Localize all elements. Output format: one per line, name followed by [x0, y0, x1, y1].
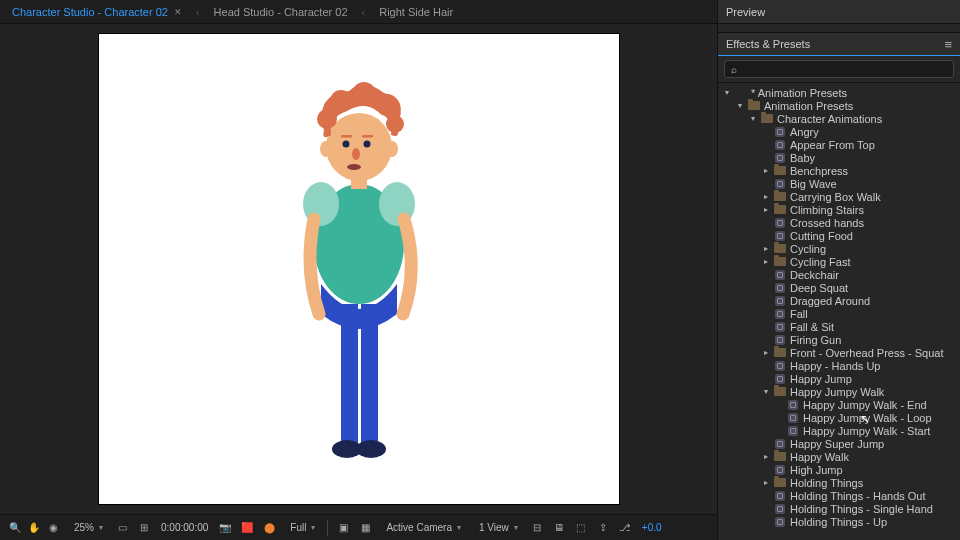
twisty-closed-icon[interactable]: ▸ — [761, 192, 770, 201]
twisty-open-icon[interactable]: ▾ — [761, 387, 770, 396]
tree-row[interactable]: Big Wave — [718, 177, 960, 190]
guides-icon[interactable]: ⊟ — [530, 521, 544, 535]
effects-search-input[interactable]: ⌕ — [724, 60, 954, 78]
channel-icon[interactable]: 🟥 — [240, 521, 254, 535]
tree-row[interactable]: ▸Climbing Stairs — [718, 203, 960, 216]
tab-right-side-hair[interactable]: Right Side Hair — [373, 0, 459, 24]
twisty-closed-icon[interactable]: ▸ — [761, 166, 770, 175]
tree-row[interactable]: ▸Cycling — [718, 242, 960, 255]
tree-label: Holding Things - Single Hand — [790, 503, 933, 515]
timeline-icon[interactable]: ⎇ — [618, 521, 632, 535]
tree-row[interactable]: Happy Jumpy Walk - Loop↖ — [718, 411, 960, 424]
pixel-aspect-icon[interactable]: ▭ — [115, 521, 129, 535]
tree-row[interactable]: Firing Gun — [718, 333, 960, 346]
tree-row[interactable]: Holding Things - Hands Out — [718, 489, 960, 502]
tree-row[interactable]: ▸Front - Overhead Press - Squat — [718, 346, 960, 359]
svg-point-12 — [330, 90, 352, 112]
share-icon[interactable]: ⇪ — [596, 521, 610, 535]
tree-row[interactable]: ▾Animation Presets — [718, 99, 960, 112]
tree-label: Fall & Sit — [790, 321, 834, 333]
preset-icon — [773, 360, 787, 371]
twisty-closed-icon[interactable]: ▸ — [761, 257, 770, 266]
tree-row[interactable]: Crossed hands — [718, 216, 960, 229]
region-icon[interactable]: ▣ — [336, 521, 350, 535]
timecode[interactable]: 0:00:00:00 — [159, 522, 210, 533]
safe-zones-icon[interactable]: ⊞ — [137, 521, 151, 535]
tree-row[interactable]: Holding Things - Up — [718, 515, 960, 528]
snapshot-icon[interactable]: 📷 — [218, 521, 232, 535]
tree-label: High Jump — [790, 464, 843, 476]
tree-row[interactable]: Deckchair — [718, 268, 960, 281]
tree-row[interactable]: Happy Jumpy Walk - Start — [718, 424, 960, 437]
mask-icon[interactable]: ◉ — [46, 521, 60, 535]
preset-icon — [786, 412, 800, 423]
tree-row[interactable]: Happy Jump — [718, 372, 960, 385]
tree-row[interactable]: High Jump — [718, 463, 960, 476]
tree-row[interactable]: Appear From Top — [718, 138, 960, 151]
svg-point-11 — [317, 109, 337, 129]
preset-icon — [773, 230, 787, 241]
twisty-open-icon[interactable]: ▾ — [735, 101, 744, 110]
folder-icon — [747, 100, 761, 111]
spacer — [718, 24, 960, 32]
tree-row[interactable]: Cutting Food — [718, 229, 960, 242]
tree-label: Deep Squat — [790, 282, 848, 294]
tree-label: Front - Overhead Press - Squat — [790, 347, 943, 359]
tree-row[interactable]: Angry — [718, 125, 960, 138]
hand-icon[interactable]: ✋ — [27, 521, 41, 535]
preview-panel-header[interactable]: Preview — [718, 0, 960, 24]
tree-row[interactable]: Fall & Sit — [718, 320, 960, 333]
tree-label: Dragged Around — [790, 295, 870, 307]
tree-label: * Animation Presets — [751, 87, 847, 99]
close-icon[interactable]: ✕ — [174, 7, 182, 17]
twisty-closed-icon[interactable]: ▸ — [761, 478, 770, 487]
folder-icon — [773, 347, 787, 358]
tree-row[interactable]: ▸Carrying Box Walk — [718, 190, 960, 203]
effects-panel-header[interactable]: Effects & Presets ≡ — [718, 32, 960, 56]
camera-dropdown[interactable]: Active Camera ▾ — [380, 522, 465, 533]
folder-icon — [773, 204, 787, 215]
transparency-icon[interactable]: ▦ — [358, 521, 372, 535]
tree-row[interactable]: Baby — [718, 151, 960, 164]
divider — [327, 520, 328, 536]
twisty-closed-icon[interactable]: ▸ — [761, 452, 770, 461]
tree-row[interactable]: Happy Jumpy Walk - End — [718, 398, 960, 411]
panel-menu-icon[interactable]: ≡ — [944, 37, 952, 52]
views-value: 1 View — [477, 522, 511, 533]
tree-row[interactable]: ▸Cycling Fast — [718, 255, 960, 268]
composition-viewport[interactable] — [0, 24, 717, 514]
tree-row[interactable]: ▾Happy Jumpy Walk — [718, 385, 960, 398]
twisty-closed-icon[interactable]: ▸ — [761, 348, 770, 357]
preview-title: Preview — [726, 6, 765, 18]
renderer-icon[interactable]: 🖥 — [552, 521, 566, 535]
twisty-closed-icon[interactable]: ▸ — [761, 205, 770, 214]
tree-row[interactable]: Happy Super Jump — [718, 437, 960, 450]
tab-character-studio[interactable]: Character Studio - Character 02 ✕ — [6, 0, 188, 24]
tree-row[interactable]: Fall — [718, 307, 960, 320]
tree-row[interactable]: Holding Things - Single Hand — [718, 502, 960, 515]
tab-head-studio[interactable]: Head Studio - Character 02 — [208, 0, 354, 24]
effects-tree[interactable]: ▾* Animation Presets▾Animation Presets▾C… — [718, 83, 960, 540]
tree-row[interactable]: ▸Happy Walk — [718, 450, 960, 463]
twisty-closed-icon[interactable]: ▸ — [761, 244, 770, 253]
zoom-dropdown[interactable]: 25% ▾ — [68, 522, 107, 533]
tree-row[interactable]: Deep Squat — [718, 281, 960, 294]
tab-label: Right Side Hair — [379, 6, 453, 18]
tree-row[interactable]: ▾Character Animations — [718, 112, 960, 125]
twisty-open-icon[interactable]: ▾ — [748, 114, 757, 123]
twisty-open-icon[interactable]: ▾ — [722, 88, 731, 97]
tree-label: Holding Things — [790, 477, 863, 489]
tree-label: Happy Jumpy Walk — [790, 386, 884, 398]
tree-row[interactable]: ▾* Animation Presets — [718, 86, 960, 99]
views-dropdown[interactable]: 1 View ▾ — [473, 522, 522, 533]
tree-row[interactable]: Dragged Around — [718, 294, 960, 307]
tree-row[interactable]: Happy - Hands Up — [718, 359, 960, 372]
magnify-icon[interactable]: 🔍 — [8, 521, 22, 535]
tree-row[interactable]: ▸Holding Things — [718, 476, 960, 489]
color-icon[interactable]: ⬤ — [262, 521, 276, 535]
3d-icon[interactable]: ⬚ — [574, 521, 588, 535]
preset-icon — [773, 139, 787, 150]
resolution-dropdown[interactable]: Full ▾ — [284, 522, 319, 533]
exposure-value[interactable]: +0.0 — [640, 522, 664, 533]
tree-row[interactable]: ▸Benchpress — [718, 164, 960, 177]
